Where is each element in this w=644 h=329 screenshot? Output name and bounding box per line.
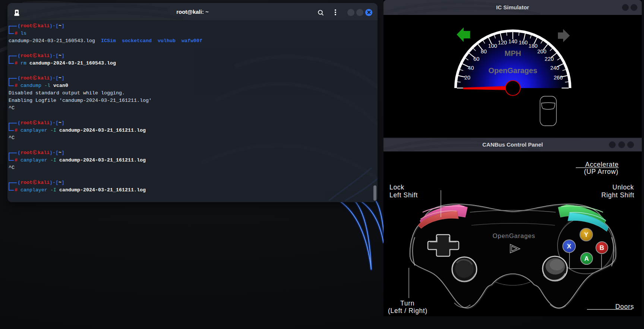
svg-text:120: 120 bbox=[498, 40, 507, 46]
svg-text:40: 40 bbox=[468, 65, 474, 71]
svg-text:240: 240 bbox=[550, 65, 559, 71]
svg-text:OpenGarages: OpenGarages bbox=[488, 66, 537, 75]
svg-text:60: 60 bbox=[473, 56, 479, 62]
svg-text:180: 180 bbox=[528, 43, 537, 49]
svg-text:200: 200 bbox=[537, 48, 546, 54]
svg-text:100: 100 bbox=[488, 43, 497, 49]
svg-text:OpenGarages: OpenGarages bbox=[493, 232, 536, 239]
svg-text:A: A bbox=[584, 255, 589, 262]
svg-text:80: 80 bbox=[481, 48, 487, 54]
svg-text:260: 260 bbox=[554, 75, 563, 81]
svg-text:20: 20 bbox=[464, 75, 470, 81]
svg-text:140: 140 bbox=[508, 38, 517, 44]
svg-text:B: B bbox=[600, 244, 604, 251]
svg-text:MPH: MPH bbox=[505, 49, 521, 57]
svg-text:160: 160 bbox=[519, 40, 528, 46]
svg-text:X: X bbox=[567, 243, 571, 250]
svg-text:Y: Y bbox=[584, 231, 588, 238]
svg-text:220: 220 bbox=[545, 56, 554, 62]
